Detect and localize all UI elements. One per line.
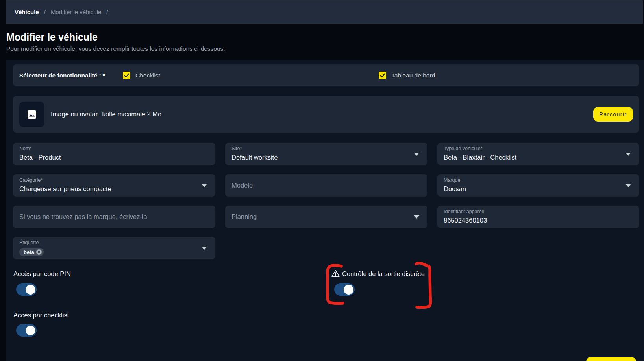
- field-nom-label: Nom*: [19, 146, 31, 151]
- image-upload-card: Image ou avatar. Taille maximale 2 Mo Pa…: [13, 96, 639, 133]
- pin-access-label: Accès par code PIN: [13, 270, 71, 278]
- breadcrumb-item-modifier[interactable]: Modifier le véhicule: [51, 9, 101, 15]
- checklist-checkbox-label: Checklist: [135, 72, 160, 79]
- field-categorie-label: Catégorie*: [19, 177, 43, 183]
- checklist-access-label: Accès par checklist: [13, 311, 69, 319]
- field-site-label: Site*: [231, 146, 242, 151]
- page-title: Modifier le véhicule: [6, 31, 98, 43]
- breadcrumb-item-vehicule[interactable]: Véhicule: [15, 9, 39, 15]
- breadcrumb: Véhicule / Modifier le véhicule /: [15, 9, 108, 15]
- toggle-thumb: [26, 326, 35, 335]
- field-modele-placeholder: Modèle: [231, 174, 253, 197]
- submit-button[interactable]: [586, 357, 636, 361]
- chip-delete-icon[interactable]: [36, 249, 42, 255]
- feature-selector-card: Sélecteur de fonctionnalité : * Checklis…: [13, 64, 639, 86]
- breadcrumb-separator: /: [44, 9, 46, 15]
- chevron-down-icon[interactable]: [625, 184, 631, 187]
- breadcrumb-separator: /: [106, 9, 108, 15]
- feature-selector-label: Sélecteur de fonctionnalité : *: [19, 64, 105, 86]
- etiquette-chip-label: beta: [24, 249, 34, 255]
- field-identifiant[interactable]: Identifiant appareil 865024360103: [437, 206, 639, 228]
- image-preview-box: [19, 102, 44, 127]
- field-categorie-value: Chargeuse sur pneus compacte: [19, 185, 111, 193]
- toggle-thumb: [344, 285, 353, 295]
- discrete-output-toggle[interactable]: [334, 283, 355, 296]
- page: Véhicule / Modifier le véhicule / Modifi…: [0, 0, 644, 361]
- field-type-vehicule[interactable]: Type de véhicule* Beta - Blaxtair - Chec…: [437, 143, 639, 165]
- field-nom[interactable]: Nom* Beta - Product: [13, 143, 215, 165]
- check-icon: [379, 72, 386, 79]
- field-etiquette-label: Étiquette: [19, 240, 39, 245]
- field-marque-value: Doosan: [444, 185, 466, 193]
- field-marque-libre[interactable]: Si vous ne trouvez pas la marque, écrive…: [13, 206, 215, 228]
- checkbox-group-tableau[interactable]: Tableau de bord: [379, 64, 435, 86]
- field-categorie[interactable]: Catégorie* Chargeuse sur pneus compacte: [13, 174, 215, 197]
- chevron-down-icon[interactable]: [625, 153, 631, 156]
- discrete-output-label: Contrôle de la sortie discrète: [342, 270, 425, 278]
- image-icon: [28, 110, 36, 119]
- field-marque-label: Marque: [444, 177, 460, 183]
- field-planning-placeholder: Planning: [231, 206, 257, 228]
- field-site[interactable]: Site* Default worksite: [225, 143, 427, 165]
- breadcrumb-bar: Véhicule / Modifier le véhicule /: [6, 0, 643, 24]
- checkbox-group-checklist[interactable]: Checklist: [123, 64, 160, 86]
- pin-access-toggle[interactable]: [16, 283, 37, 296]
- chevron-down-icon[interactable]: [414, 153, 419, 156]
- image-upload-text: Image ou avatar. Taille maximale 2 Mo: [51, 96, 161, 133]
- field-planning[interactable]: Planning: [225, 206, 427, 228]
- field-marque[interactable]: Marque Doosan: [437, 174, 639, 197]
- field-site-value: Default worksite: [231, 154, 278, 161]
- field-identifiant-label: Identifiant appareil: [444, 209, 484, 214]
- field-nom-value: Beta - Product: [19, 154, 61, 161]
- field-marque-libre-placeholder: Si vous ne trouvez pas la marque, écrive…: [19, 206, 147, 228]
- browse-button[interactable]: Parcourir: [593, 107, 633, 122]
- checklist-checkbox[interactable]: [123, 72, 130, 79]
- tableau-checkbox-label: Tableau de bord: [391, 72, 435, 79]
- field-type-vehicule-value: Beta - Blaxtair - Checklist: [444, 154, 516, 161]
- check-icon: [123, 72, 130, 79]
- chevron-down-icon[interactable]: [202, 247, 207, 250]
- chevron-down-icon[interactable]: [414, 215, 419, 219]
- form-section: Sélecteur de fonctionnalité : * Checklis…: [6, 60, 644, 361]
- etiquette-chip: beta: [19, 248, 44, 256]
- field-modele[interactable]: Modèle: [225, 174, 427, 197]
- warning-icon: [331, 270, 340, 277]
- tableau-checkbox[interactable]: [379, 72, 386, 79]
- chevron-down-icon[interactable]: [202, 184, 207, 187]
- toggle-thumb: [26, 285, 35, 295]
- field-identifiant-value: 865024360103: [444, 217, 487, 224]
- page-subtitle: Pour modifier un véhicule, vous devez re…: [6, 45, 225, 53]
- field-type-vehicule-label: Type de véhicule*: [444, 146, 483, 151]
- field-etiquette[interactable]: Étiquette beta: [13, 237, 215, 259]
- checklist-access-toggle[interactable]: [16, 324, 37, 337]
